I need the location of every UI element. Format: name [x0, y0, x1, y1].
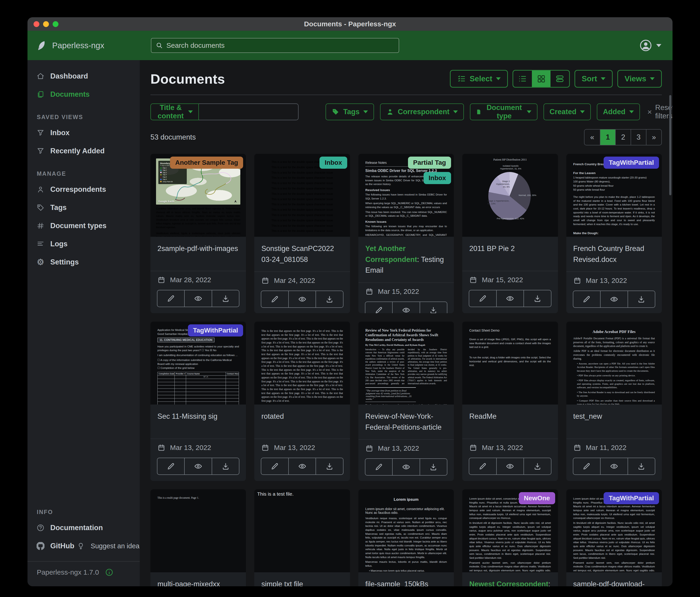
view-button[interactable] [185, 458, 212, 475]
sidebar-item-document-types[interactable]: Document types [27, 217, 140, 235]
view-button[interactable] [289, 458, 316, 475]
view-button[interactable] [393, 302, 420, 313]
document-title[interactable]: Sec 11-Missing sig [157, 411, 239, 422]
document-title[interactable]: 2011 BP Pie 2 [469, 243, 551, 254]
info-icon[interactable] [105, 568, 114, 576]
document-thumbnail[interactable]: This is the text that appears on the fir… [254, 321, 350, 405]
document-title[interactable]: Review-of-New-York-Federal-Petitions-art… [365, 411, 447, 433]
filter-document-type-button[interactable]: Document type [470, 103, 538, 120]
filter-text-input[interactable] [199, 103, 299, 120]
reset-filters-button[interactable]: × Reset filters [647, 103, 673, 120]
document-title[interactable]: test_new [573, 411, 655, 422]
sidebar-item-settings[interactable]: ⚙Settings [27, 253, 140, 271]
document-thumbnail[interactable]: Lorem ipsum dolor sit amet, consectetur … [462, 489, 558, 572]
document-title[interactable]: file-sample_150kBs [365, 579, 447, 586]
filter-created-button[interactable]: Created [544, 103, 591, 120]
document-title[interactable]: multi-page-mixedxx [157, 579, 239, 586]
document-thumbnail[interactable]: Contact Sheet DemoGiven a set of image f… [462, 321, 558, 405]
download-button[interactable] [420, 458, 447, 476]
edit-button[interactable] [157, 290, 185, 307]
close-window-button[interactable] [33, 21, 39, 27]
zoom-window-button[interactable] [53, 21, 58, 27]
document-correspondent[interactable]: Yet Another Correspondent [365, 244, 417, 264]
download-button[interactable] [316, 458, 343, 475]
document-thumbnail[interactable]: Adobe Acrobat PDF FilesAdobe® Portable D… [566, 321, 662, 405]
scrollbar-thumb[interactable] [669, 95, 671, 195]
download-button[interactable] [628, 291, 655, 308]
view-button[interactable] [601, 458, 628, 475]
download-button[interactable] [212, 458, 240, 475]
user-menu[interactable] [639, 39, 661, 52]
edit-button[interactable] [469, 458, 497, 475]
view-button[interactable] [289, 291, 316, 308]
document-thumbnail[interactable]: Review of New York Federal Petitions for… [358, 321, 454, 405]
view-button[interactable] [393, 458, 420, 476]
download-button[interactable] [420, 302, 447, 313]
document-thumbnail[interactable]: Boundary Waters Trip6 days in BWCADay 1D… [150, 154, 246, 237]
document-thumbnail[interactable]: Application for Medical Staff MembersGoo… [150, 321, 246, 405]
select-button[interactable]: Select [450, 70, 508, 88]
filter-added-button[interactable]: Added [597, 103, 640, 120]
tag-badge[interactable]: Inbox [424, 172, 451, 184]
document-thumbnail[interactable]: This is a multi page document. Page 1. [150, 489, 246, 572]
tag-badge[interactable]: NewOne [519, 492, 555, 504]
edit-button[interactable] [573, 291, 601, 308]
minimize-window-button[interactable] [43, 21, 49, 27]
edit-button[interactable] [157, 458, 185, 475]
sidebar-item-correspondents[interactable]: Correspondents [27, 181, 140, 198]
edit-button[interactable] [365, 302, 393, 313]
search-bar[interactable] [151, 38, 399, 53]
pagination-button[interactable]: 3 [631, 129, 646, 145]
view-button[interactable] [497, 458, 524, 475]
sidebar-link-github[interactable]: GitHub [27, 537, 74, 555]
app-logo[interactable]: Paperless-ngx [36, 39, 104, 51]
document-thumbnail[interactable]: Release NotesSimba ODBC Driver for SQL S… [358, 154, 454, 237]
list-view-button[interactable] [513, 71, 532, 87]
tag-badge[interactable]: Another Sample Tag [170, 157, 243, 169]
pagination-page-current[interactable]: 1 [600, 129, 615, 145]
detail-view-button[interactable] [550, 71, 569, 87]
document-thumbnail[interactable]: Lorem ipsumLorem ipsum dolor sit amet, c… [358, 489, 454, 572]
document-thumbnail[interactable]: This is a test file. [254, 489, 350, 572]
document-title[interactable]: sample-pdf-download-10-mb-longer-title [573, 579, 655, 586]
saved-view-recently-added[interactable]: Recently Added [27, 142, 140, 160]
sidebar-link-suggest-an-idea[interactable]: Suggest an idea [74, 537, 140, 555]
document-title[interactable]: simple txt file [261, 579, 343, 586]
sidebar-item-documentation[interactable]: Documentation [27, 519, 140, 537]
document-thumbnail[interactable]: Lorem ipsum dolor sit amet, consectetur … [566, 489, 662, 572]
view-button[interactable] [601, 291, 628, 308]
tag-badge[interactable]: TagWithPartial [188, 325, 243, 336]
edit-button[interactable] [469, 290, 497, 307]
sidebar-item-documents[interactable]: Documents [27, 85, 140, 103]
document-title[interactable]: ReadMe [469, 411, 551, 422]
filter-tags-button[interactable]: Tags [326, 103, 374, 120]
edit-button[interactable] [261, 291, 289, 308]
tag-badge[interactable]: Inbox [320, 157, 347, 169]
views-button[interactable]: Views [617, 70, 662, 88]
edit-button[interactable] [365, 458, 393, 476]
pagination-button[interactable]: « [584, 129, 600, 145]
pagination-button[interactable]: 2 [615, 129, 631, 145]
document-title[interactable]: Yet Another Correspondent: Testing Email [365, 243, 447, 276]
document-title[interactable]: Newest Correspondent: f_combineds [469, 579, 551, 586]
search-input[interactable] [166, 42, 395, 49]
filter-correspondent-button[interactable]: Correspondent [380, 103, 464, 120]
sidebar-item-logs[interactable]: Logs [27, 235, 140, 253]
view-button[interactable] [497, 290, 524, 307]
download-button[interactable] [212, 290, 240, 307]
sidebar-item-tags[interactable]: Tags [27, 198, 140, 217]
filter-field-selector[interactable]: Title & content [150, 103, 199, 120]
document-correspondent[interactable]: Newest Correspondent [469, 580, 548, 586]
sidebar-item-dashboard[interactable]: Dashboard [27, 67, 140, 85]
tag-badge[interactable]: TagWithPartial [604, 492, 659, 504]
pagination-button[interactable]: » [646, 129, 661, 145]
download-button[interactable] [628, 458, 655, 475]
document-title[interactable]: 2sample-pdf-with-images [157, 243, 239, 254]
document-thumbnail[interactable]: Patient BP Distribution 2011Isolated Sys… [462, 154, 558, 237]
edit-button[interactable] [261, 458, 289, 475]
document-title[interactable]: Sonstige ScanPC2022 03-24_081058 [261, 243, 343, 265]
download-button[interactable] [316, 291, 343, 308]
saved-view-inbox[interactable]: Inbox [27, 124, 140, 142]
tag-badge[interactable]: TagWithPartial [604, 157, 659, 169]
document-title[interactable]: rotated [261, 411, 343, 422]
